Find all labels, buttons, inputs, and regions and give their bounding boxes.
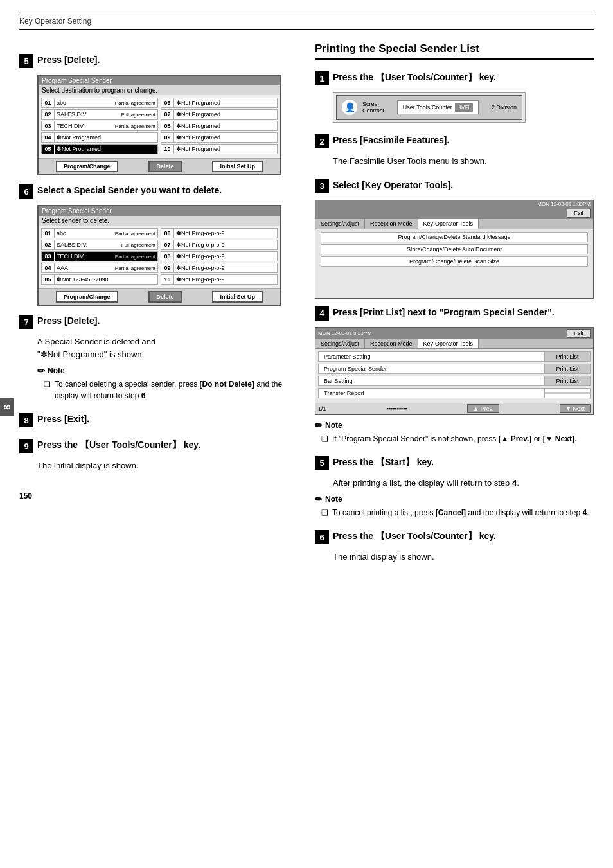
pl-tab-key-operator[interactable]: Key-Operator Tools [418, 339, 479, 348]
header-label: Key Operator Setting [19, 17, 91, 26]
r-step-6-header: 6 Press the 【User Tools/Counter】 key. [315, 530, 594, 544]
dialog-row: 10✽Not Programed [161, 144, 278, 154]
program-change-btn[interactable]: Program/Change [56, 161, 118, 172]
initial-setup-btn-2[interactable]: Initial Set Up [212, 291, 263, 303]
pl-row-label: Program Special Sender [319, 364, 545, 373]
kot-items: Program/Change/Delete Standard Message S… [315, 229, 593, 298]
dialog-row-selected[interactable]: 05✽Not Programed [41, 144, 158, 154]
dialog-row: 04✽Not Programed [41, 132, 158, 143]
dialog-2-title: Program Special Sender [39, 206, 280, 216]
pl-page-num: 1/1 [318, 405, 326, 412]
user-tools-btn[interactable]: User Tools/Counter ⊕/⊟ [397, 100, 479, 114]
delete-btn-1[interactable]: Delete [148, 161, 181, 172]
r-step-1-header: 1 Press the 【User Tools/Counter】 key. [315, 71, 594, 85]
dialog-row-selected[interactable]: 03TECH.DIV.Partial agreement [41, 251, 158, 261]
dialog-row: 02SALES.DIV.Full agreement [41, 240, 158, 250]
step-9-text: Press the 【User Tools/Counter】 key. [37, 439, 200, 451]
user-icon: 👤 [342, 100, 357, 115]
step-6-text: Select a Special Sender you want to dele… [37, 184, 222, 196]
screen-right-label: 2 Division [492, 104, 517, 111]
note-check-icon: ❏ [321, 433, 328, 445]
note-2-text: If "Program Special Sender" is not shown… [332, 433, 576, 445]
r-step-2-text: Press [Facsimile Features]. [333, 134, 449, 146]
section-title: Printing the Special Sender List [315, 42, 594, 60]
step-9-header: 9 Press the 【User Tools/Counter】 key. [19, 439, 296, 453]
left-column: 5 Press [Delete]. Program Special Sender… [19, 42, 296, 567]
r-step-4-number: 4 [315, 306, 329, 321]
note-2-label: Note [325, 421, 342, 430]
pl-items: Parameter Setting Print List Program Spe… [315, 349, 593, 403]
kot-screen: MON 12-03-01 1:33PM Exit Settings/Adjust… [315, 200, 594, 299]
step-6-header: 6 Select a Special Sender you want to de… [19, 184, 296, 199]
note-2-content: ❏ If "Program Special Sender" is not sho… [315, 433, 594, 445]
pl-tab-reception[interactable]: Reception Mode [365, 339, 418, 348]
pl-empty-btn [545, 392, 590, 394]
counter-icon: ⊕/⊟ [455, 103, 474, 112]
screen-labels: Screen Contrast [362, 101, 384, 114]
initial-setup-btn[interactable]: Initial Set Up [212, 161, 263, 172]
pl-tab-settings[interactable]: Settings/Adjust [315, 339, 365, 348]
dialog-2-footer: Program/Change Delete Initial Set Up [39, 288, 280, 305]
note-3-title: ✏ Note [315, 494, 594, 504]
step-8-number: 8 [19, 413, 33, 427]
step-7-text: Press [Delete]. [37, 315, 100, 326]
step-6-number: 6 [19, 184, 33, 199]
program-change-btn-2[interactable]: Program/Change [56, 291, 118, 303]
note-1-title: ✏ Note [37, 366, 296, 376]
pl-screen: MON 12-03-01 9:33**M Exit Settings/Adjus… [315, 327, 594, 415]
page-number: 150 [19, 492, 296, 500]
pl-row-label: Transfer Report [319, 389, 545, 398]
note-3-icon: ✏ [315, 494, 323, 504]
side-tab: 8 [0, 398, 14, 416]
pl-next-btn[interactable]: ▼ Next [560, 404, 591, 413]
note-3-content: ❏ To cancel printing a list, press [Canc… [315, 507, 594, 518]
note-1: ✏ Note ❏ To cancel deleting a special se… [37, 366, 296, 402]
r-step-3-text: Select [Key Operator Tools]. [333, 179, 453, 191]
pl-prev-btn[interactable]: ▲ Prev. [467, 404, 499, 413]
kot-exit-btn[interactable]: Exit [567, 209, 591, 218]
r-step-1-number: 1 [315, 71, 329, 85]
r-step-2-body: The Facsimile User Tools menu is shown. [333, 155, 594, 168]
pl-row: Parameter Setting Print List [318, 351, 591, 362]
note-check-icon: ❏ [44, 378, 51, 402]
kot-item[interactable]: Program/Change/Delete Scan Size [321, 256, 588, 267]
dialog-row: 08✽Not Prog-o-p-o-9 [161, 251, 278, 261]
pl-row: Program Special Sender Print List [318, 364, 591, 374]
dialog-1-body: 01abcPartial agreement 02SALES.DIV.Full … [39, 95, 280, 158]
step-5-number: 5 [19, 54, 33, 68]
tab-reception-mode[interactable]: Reception Mode [365, 219, 418, 229]
kot-timestamp: MON 12-03-01 1:33PM [315, 200, 593, 208]
pl-print-list-btn-3[interactable]: Print List [545, 376, 590, 385]
delete-btn-2[interactable]: Delete [148, 291, 181, 303]
dialog-2-right-col: 06✽Not Prog-o-p-o-9 07✽Not Prog-o-p-o-9 … [161, 228, 278, 286]
r-step-3-header: 3 Select [Key Operator Tools]. [315, 179, 594, 193]
step-9-number: 9 [19, 439, 33, 453]
r-step-2-number: 2 [315, 134, 329, 148]
dialog-row: 07✽Not Prog-o-p-o-9 [161, 240, 278, 250]
dialog-row: 08✽Not Programed [161, 121, 278, 131]
dialog-1-subtitle: Select destination to program or change. [39, 85, 280, 95]
step-7-body: A Special Sender is deleted and"✽Not Pro… [37, 335, 296, 360]
step-5-header: 5 Press [Delete]. [19, 54, 296, 68]
r-step-3-number: 3 [315, 179, 329, 193]
kot-item[interactable]: Store/Change/Delete Auto Document [321, 244, 588, 254]
dialog-1-title: Program Special Sender [39, 76, 280, 85]
tab-settings-adjust[interactable]: Settings/Adjust [315, 219, 365, 229]
note-3-label: Note [325, 495, 342, 504]
dialog-2-left-col: 01abcPartial agreement 02SALES.DIV.Full … [41, 228, 158, 286]
dialog-2: Program Special Sender Select sender to … [37, 205, 281, 306]
r-step-4-header: 4 Press [Print List] next to "Program Sp… [315, 306, 594, 321]
r-step-5-number: 5 [315, 456, 329, 470]
pl-nav: 1/1 ▪▪▪▪▪▪▪▪▪▪ ▲ Prev. ▼ Next [315, 403, 593, 414]
pl-exit-btn[interactable]: Exit [567, 329, 591, 338]
kot-item[interactable]: Program/Change/Delete Standard Message [321, 232, 588, 242]
pl-row: Bar Setting Print List [318, 376, 591, 386]
dialog-row: 06✽Not Prog-o-p-o-9 [161, 228, 278, 238]
tab-key-operator[interactable]: Key-Operator Tools [418, 219, 479, 229]
pl-print-list-btn[interactable]: Print List [545, 352, 590, 361]
dialog-row: 07✽Not Programed [161, 109, 278, 120]
pl-print-list-btn-2[interactable]: Print List [545, 364, 590, 373]
dialog-2-body: 01abcPartial agreement 02SALES.DIV.Full … [39, 226, 280, 288]
dialog-2-subtitle: Select sender to delete. [39, 216, 280, 226]
kot-tabs: Settings/Adjust Reception Mode Key-Opera… [315, 219, 593, 229]
